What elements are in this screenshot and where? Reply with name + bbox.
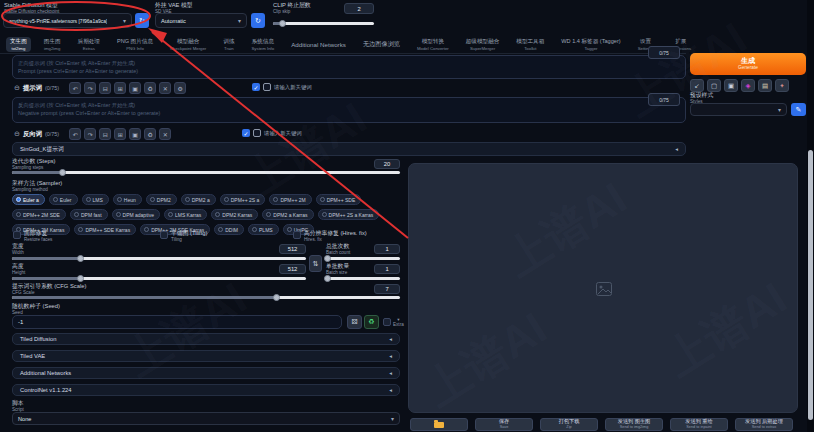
apply-styles-button[interactable]: ▤ [758, 79, 772, 92]
paste-params-button[interactable]: ↙ [690, 79, 704, 92]
tiling-checkbox[interactable]: 平铺图 (Tiling)Tiling [160, 230, 208, 242]
sampler-radio[interactable]: LMS [82, 194, 109, 205]
width-value[interactable]: 512 [279, 244, 306, 254]
prompt-tool-button[interactable]: ✕ [159, 82, 171, 94]
prompt-tool-button[interactable]: ♻ [144, 82, 156, 94]
sampler-radio[interactable]: PLMS [248, 224, 279, 235]
page-scrollbar[interactable] [807, 0, 814, 432]
sampler-radio[interactable]: DPM++ 2S a [220, 194, 266, 205]
sampler-radio[interactable]: DPM++ 2M SDE [12, 209, 66, 220]
sampler-radio[interactable]: DPM++ SDE Karras [74, 224, 136, 235]
clip-skip-slider[interactable] [273, 22, 374, 25]
result-gallery[interactable] [408, 163, 798, 413]
styles-dropdown[interactable]: ▾ [690, 103, 787, 116]
edit-styles-button[interactable]: ✎ [791, 103, 806, 116]
batch-count-value[interactable]: 1 [374, 244, 400, 254]
sampler-radio[interactable]: DDIM [214, 224, 244, 235]
tab-item[interactable]: 训练 Train [219, 37, 238, 52]
save-style-button[interactable]: ✦ [775, 79, 789, 92]
keyword-checkbox-checked[interactable]: ✓ [252, 83, 260, 91]
tab-item[interactable]: 文生图 txt2img [6, 37, 31, 52]
swap-dimensions-button[interactable]: ⇅ [309, 255, 322, 272]
sampler-radio[interactable]: Euler [49, 194, 78, 205]
tab-item[interactable]: 超级模型融合 SuperMerger [462, 37, 504, 52]
tab-item[interactable]: 图生图 img2img [40, 37, 65, 52]
collapse-icon[interactable]: ⊖ [14, 84, 20, 92]
sampler-radio[interactable]: Euler a [12, 194, 45, 205]
negative-tool-button[interactable]: ▣ [129, 128, 141, 140]
send-button[interactable]: 发送到 后期处理 Send to extras [735, 418, 793, 431]
sampler-radio[interactable]: DPM++ 2M [269, 194, 311, 205]
send-button[interactable]: 发送到 重绘 Send to inpaint [670, 418, 728, 431]
tab-item[interactable]: Additional Networks [287, 40, 350, 49]
tab-item[interactable]: 后期处理 Extras [74, 37, 104, 52]
tab-item[interactable]: 无边图像浏览 [359, 39, 404, 50]
singod-accordion[interactable]: SinGod_K提示词 ◂ [12, 142, 686, 156]
prompt-tool-button[interactable]: ↶ [69, 82, 81, 94]
hires-fix-checkbox[interactable]: 高分辨率修复 (Hires. fix)Hires. fix [293, 230, 367, 242]
clip-skip-value[interactable]: 2 [344, 3, 374, 14]
keyword-checkbox[interactable] [253, 129, 261, 137]
batch-count-slider[interactable] [326, 257, 400, 260]
reuse-seed-button[interactable]: ♻ [364, 315, 379, 329]
clear-prompt-button[interactable]: ▢ [707, 79, 721, 92]
prompt-tool-button[interactable]: ↷ [84, 82, 96, 94]
scrollbar-thumb[interactable] [808, 150, 813, 420]
sampler-radio[interactable]: DPM2 Karras [211, 209, 258, 220]
generate-button[interactable]: 生成 Generate [690, 53, 806, 75]
seed-input[interactable]: -1 [12, 315, 342, 329]
refresh-checkpoints-button[interactable]: ↻ [135, 13, 149, 28]
prompt-tool-button[interactable]: ⚙ [174, 82, 186, 94]
random-seed-button[interactable]: ⚄ [347, 315, 362, 329]
accordion-header[interactable]: ControlNet v1.1.224 ◂ [12, 384, 400, 396]
checkpoint-dropdown[interactable]: anything-v5-PrtRE.safetensors [7f96a1a9c… [3, 13, 132, 28]
width-slider[interactable] [12, 257, 306, 260]
keyword-checkbox[interactable] [263, 83, 271, 91]
tab-item[interactable]: 模型转换 Model Converter [413, 37, 453, 52]
tab-item[interactable]: 模型融合 Checkpoint Merger [166, 37, 210, 52]
negative-tool-button[interactable]: ♻ [144, 128, 156, 140]
prompt-tool-button[interactable]: ⊟ [99, 82, 111, 94]
negative-tool-button[interactable]: ↶ [69, 128, 81, 140]
negative-tool-button[interactable]: ✕ [159, 128, 171, 140]
height-value[interactable]: 512 [279, 264, 306, 274]
tab-item[interactable]: 系统信息 System Info [248, 37, 279, 52]
sampler-radio[interactable]: LMS Karras [164, 209, 207, 220]
send-button[interactable]: 发送到 图生图 Send to img2img [605, 418, 663, 431]
steps-slider[interactable] [12, 171, 400, 174]
sampler-radio[interactable]: DPM2 a [181, 194, 216, 205]
open-folder-button[interactable] [410, 418, 468, 431]
negative-tool-button[interactable]: ↷ [84, 128, 96, 140]
script-dropdown[interactable]: None ▾ [12, 412, 400, 425]
cfg-slider[interactable] [12, 296, 400, 299]
extra-networks-button[interactable]: ◈ [741, 79, 755, 92]
prompt-textarea[interactable]: 正向提示词 (按 Ctrl+Enter 或 Alt+Enter 开始生成) Pr… [12, 55, 686, 79]
prompt-tool-button[interactable]: ⊞ [114, 82, 126, 94]
sampler-radio[interactable]: DPM2 [146, 194, 177, 205]
keyword-checkbox-checked[interactable]: ✓ [242, 129, 250, 137]
sampler-radio[interactable]: DPM++ SDE [316, 194, 362, 205]
batch-size-value[interactable]: 1 [374, 264, 400, 274]
sampler-radio[interactable]: DPM2 a Karras [262, 209, 313, 220]
steps-value[interactable]: 20 [374, 159, 400, 169]
seed-extra-checkbox[interactable]: ▾ Extra [383, 317, 404, 328]
tab-item[interactable]: WD 1.4 标签器 (Tagger) Tagger [557, 37, 624, 52]
accordion-header[interactable]: Tiled Diffusion ◂ [12, 333, 400, 345]
accordion-header[interactable]: Tiled VAE ◂ [12, 350, 400, 362]
negative-tool-button[interactable]: ⊟ [99, 128, 111, 140]
vae-dropdown[interactable]: Automatic ▾ [155, 13, 247, 28]
gallery-view-button[interactable]: ▣ [724, 79, 738, 92]
prompt-tool-button[interactable]: ▣ [129, 82, 141, 94]
collapse-icon[interactable]: ⊖ [14, 130, 20, 138]
cfg-value[interactable]: 7 [374, 284, 400, 294]
sampler-radio[interactable]: DPM fast [70, 209, 108, 220]
send-button[interactable]: 打包下载 Zip [540, 418, 598, 431]
height-slider[interactable] [12, 277, 306, 280]
tab-item[interactable]: 模型工具箱 Toolkit [512, 37, 548, 52]
batch-size-slider[interactable] [326, 277, 400, 280]
restore-faces-checkbox[interactable]: 面部修复Restore faces [13, 230, 52, 242]
tab-item[interactable]: PNG 图片信息 PNG Info [113, 37, 157, 52]
send-button[interactable]: 保存 Save [475, 418, 533, 431]
negative-tool-button[interactable]: ⊞ [114, 128, 126, 140]
refresh-vae-button[interactable]: ↻ [251, 13, 265, 28]
